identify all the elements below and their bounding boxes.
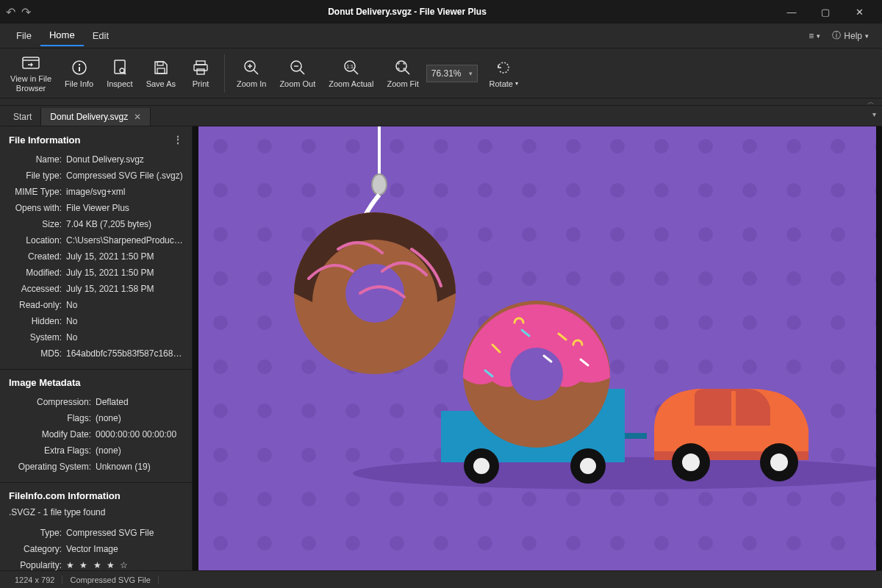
- ribbon-collapse-bar: ︿: [0, 98, 882, 106]
- svg-text:1:1: 1:1: [346, 64, 354, 69]
- rotate-icon: [495, 59, 512, 76]
- view-in-file-browser-button[interactable]: View in File Browser: [4, 51, 57, 95]
- status-dimensions: 1224 x 792: [7, 576, 62, 584]
- menu-edit[interactable]: Edit: [84, 26, 118, 46]
- svg-point-41: [682, 453, 700, 471]
- chevron-down-icon: ▾: [817, 32, 820, 40]
- inspect-button[interactable]: Inspect: [101, 56, 138, 91]
- document-tabbar: Start Donut Delivery.svgz ✕ ▾: [0, 106, 882, 126]
- help-label: Help: [844, 31, 862, 41]
- forward-arrow-icon[interactable]: ↷: [21, 5, 31, 19]
- settings-button[interactable]: ≡▾: [803, 28, 826, 44]
- zoom-in-button[interactable]: Zoom In: [231, 56, 272, 91]
- fileinfo-subtext: .SVGZ - 1 file type found: [9, 507, 183, 517]
- help-button[interactable]: ⓘ Help ▾: [826, 26, 875, 45]
- folder-arrow-icon: [22, 54, 40, 71]
- rotate-button[interactable]: Rotate ▾: [484, 56, 524, 91]
- tab-document[interactable]: Donut Delivery.svgz ✕: [41, 108, 151, 126]
- svg-rect-10: [197, 69, 204, 74]
- document-search-icon: [112, 59, 127, 76]
- maximize-button[interactable]: ▢: [808, 0, 842, 24]
- zoom-in-icon: [243, 59, 259, 76]
- svg-point-27: [473, 458, 490, 474]
- close-tab-icon[interactable]: ✕: [134, 112, 141, 122]
- zoom-level-dropdown[interactable]: 76.31% ▾: [426, 65, 478, 82]
- zoom-fit-icon: [395, 59, 411, 76]
- print-button[interactable]: Print: [183, 56, 218, 91]
- panel-title-label: Image Metadata: [9, 377, 81, 388]
- zoom-level-value: 76.31%: [431, 68, 462, 79]
- save-as-button[interactable]: Save As: [140, 56, 182, 91]
- panel-title-label: FileInfo.com Information: [9, 490, 121, 501]
- svg-rect-3: [79, 67, 80, 71]
- popularity-stars: ★ ★ ★ ★ ☆: [66, 559, 129, 570]
- chevron-down-icon: ▾: [469, 70, 473, 77]
- chevron-down-icon: ▾: [865, 32, 869, 40]
- titlebar: ↶ ↷ Donut Delivery.svgz - File Viewer Pl…: [0, 0, 882, 24]
- help-icon: ⓘ: [832, 29, 841, 42]
- info-sidebar: File Information ⋮ Name:Donut Delivery.s…: [0, 126, 193, 570]
- zoom-out-icon: [290, 59, 306, 76]
- svg-point-15: [396, 61, 406, 71]
- panel-menu-icon[interactable]: ⋮: [173, 134, 183, 146]
- svg-point-23: [345, 264, 404, 323]
- svg-rect-8: [196, 61, 205, 65]
- file-information-panel: File Information ⋮ Name:Donut Delivery.s…: [0, 126, 192, 370]
- svg-point-21: [372, 174, 387, 195]
- svg-point-43: [770, 453, 788, 471]
- zoom-actual-button[interactable]: 1:1 Zoom Actual: [323, 56, 379, 91]
- status-file-type: Compressed SVG File: [62, 576, 158, 584]
- tab-start[interactable]: Start: [4, 108, 41, 126]
- file-info-button[interactable]: File Info: [59, 56, 99, 91]
- statusbar: 1224 x 792 Compressed SVG File: [0, 570, 882, 588]
- save-icon: [154, 59, 168, 76]
- menu-home[interactable]: Home: [40, 25, 84, 46]
- zoom-actual-icon: 1:1: [343, 59, 359, 76]
- fileinfo-com-panel: FileInfo.com Information .SVGZ - 1 file …: [0, 483, 192, 570]
- svg-point-2: [78, 63, 79, 65]
- back-arrow-icon[interactable]: ↶: [6, 5, 15, 19]
- tab-overflow-icon[interactable]: ▾: [872, 110, 876, 118]
- window-title: Donut Delivery.svgz - File Viewer Plus: [40, 7, 775, 17]
- svg-rect-0: [23, 57, 39, 68]
- minimize-button[interactable]: —: [775, 0, 808, 24]
- toolbar: View in File Browser File Info Inspect S…: [0, 49, 882, 98]
- image-metadata-panel: Image Metadata Compression:Deflated Flag…: [0, 370, 192, 483]
- image-canvas: [198, 126, 876, 570]
- svg-point-31: [510, 348, 563, 401]
- svg-rect-7: [157, 68, 165, 74]
- menubar: File Home Edit ≡▾ ⓘ Help ▾: [0, 24, 882, 49]
- panel-title-label: File Information: [9, 135, 81, 146]
- close-button[interactable]: ✕: [842, 0, 876, 24]
- svg-rect-9: [194, 65, 207, 71]
- menu-file[interactable]: File: [7, 26, 40, 46]
- print-icon: [193, 59, 209, 76]
- chevron-down-icon: ▾: [515, 80, 518, 87]
- info-icon: [71, 59, 87, 76]
- svg-point-29: [580, 458, 596, 474]
- sliders-icon: ≡: [808, 31, 814, 41]
- svg-rect-25: [625, 433, 647, 439]
- zoom-out-button[interactable]: Zoom Out: [273, 56, 321, 91]
- zoom-fit-button[interactable]: Zoom Fit: [381, 56, 424, 91]
- viewer-area[interactable]: [193, 126, 882, 570]
